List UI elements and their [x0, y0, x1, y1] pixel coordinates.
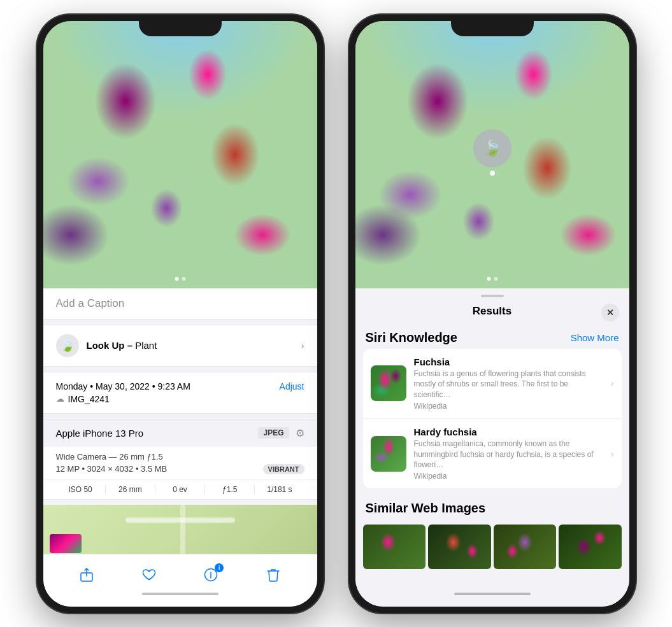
exif-shutter: 1/181 s: [255, 485, 304, 494]
similar-image-2[interactable]: [428, 525, 491, 569]
results-panel[interactable]: Results ✕ Siri Knowledge Show More: [355, 288, 629, 607]
hardy-fuchsia-card[interactable]: Hardy fuchsia Fuchsia magellanica, commo…: [363, 419, 622, 488]
photos-app: Add a Caption 🍃 Look Up – Plant › Monday…: [43, 21, 317, 607]
hardy-fuchsia-thumbnail: [371, 436, 406, 472]
lookup-icon-circle: 🍃: [56, 334, 79, 357]
bottom-toolbar: i: [43, 554, 317, 607]
exif-row: ISO 50 26 mm 0 ev ƒ1.5 1/181 s: [43, 479, 317, 499]
camera-model: Apple iPhone 13 Pro: [56, 428, 144, 439]
right-dot-1: [487, 277, 490, 281]
lookup-row[interactable]: 🍃 Look Up – Plant ›: [43, 325, 317, 367]
caption-area[interactable]: Add a Caption: [43, 288, 317, 320]
siri-knowledge-header: Siri Knowledge Show More: [355, 325, 629, 349]
page-indicator: [175, 277, 185, 281]
close-button[interactable]: ✕: [601, 304, 619, 321]
caption-placeholder: Add a Caption: [56, 297, 125, 309]
fuchsia-chevron-icon: ›: [611, 378, 614, 388]
leaf-icon: 🍃: [61, 339, 75, 353]
hardy-card-source: Wikipedia: [414, 472, 603, 481]
hardy-chevron-icon: ›: [611, 449, 614, 459]
lookup-label-bold: Look Up –: [87, 340, 133, 351]
photo-view[interactable]: [43, 21, 317, 288]
vibrant-badge: VIBRANT: [263, 464, 304, 474]
similar-image-4[interactable]: [559, 525, 622, 569]
lookup-chevron-icon: ›: [301, 341, 304, 351]
results-header: Results ✕: [355, 297, 629, 325]
similar-image-3[interactable]: [494, 525, 557, 569]
visual-search-leaf-icon: 🍃: [483, 139, 502, 157]
right-page-indicator: [487, 277, 497, 281]
fuchsia-thumb-image: [371, 365, 406, 401]
right-dot-2: [494, 277, 497, 281]
left-phone: Add a Caption 🍃 Look Up – Plant › Monday…: [37, 15, 324, 613]
fuchsia-card-source: Wikipedia: [414, 402, 603, 411]
camera-wide-text: Wide Camera — 26 mm ƒ1.5: [56, 452, 163, 461]
map-preview[interactable]: [43, 505, 317, 554]
favorite-button[interactable]: [136, 562, 162, 588]
date-text: Monday • May 30, 2022 • 9:23 AM: [56, 381, 190, 391]
location-row: ☁ IMG_4241: [56, 394, 304, 404]
similar-images-header: Similar Web Images: [355, 496, 629, 519]
exif-iso: ISO 50: [56, 485, 106, 494]
hardy-card-title: Hardy fuchsia: [414, 426, 603, 437]
map-road-v: [180, 505, 185, 554]
home-indicator: [142, 593, 218, 595]
visual-search-dot: [490, 171, 495, 176]
camera-detail-row-2: 12 MP • 3024 × 4032 • 3.5 MB VIBRANT: [56, 464, 304, 474]
dot-1: [175, 277, 178, 281]
right-phone: 🍃 Results ✕ Siri Knowledge: [349, 15, 636, 613]
camera-detail-row-1: Wide Camera — 26 mm ƒ1.5: [56, 452, 304, 461]
lookup-text: Look Up – Plant: [87, 340, 157, 351]
dot-2: [182, 277, 185, 281]
right-screen: 🍃 Results ✕ Siri Knowledge: [355, 21, 629, 607]
camera-section: Apple iPhone 13 Pro JPEG ⚙ Wide Camera —…: [43, 419, 317, 500]
camera-header: Apple iPhone 13 Pro JPEG ⚙: [43, 419, 317, 447]
right-photo-view[interactable]: 🍃: [355, 21, 629, 288]
date-section: Monday • May 30, 2022 • 9:23 AM Adjust ☁…: [43, 372, 317, 414]
hardy-thumb-image: [371, 436, 406, 472]
show-more-button[interactable]: Show More: [571, 332, 619, 343]
settings-icon: ⚙: [296, 427, 304, 439]
camera-specs-text: 12 MP • 3024 × 4032 • 3.5 MB: [56, 464, 168, 474]
hardy-card-desc: Fuchsia magellanica, commonly known as t…: [414, 439, 603, 470]
share-button[interactable]: [74, 562, 99, 588]
left-screen: Add a Caption 🍃 Look Up – Plant › Monday…: [43, 21, 317, 607]
fuchsia-card-content: Fuchsia Fuchsia is a genus of flowering …: [414, 356, 603, 411]
results-title: Results: [473, 305, 511, 318]
similar-images-grid: [355, 519, 629, 574]
fuchsia-card[interactable]: Fuchsia Fuchsia is a genus of flowering …: [363, 349, 622, 419]
visual-lookup-app: 🍃 Results ✕ Siri Knowledge: [355, 21, 629, 607]
camera-badges: JPEG ⚙: [258, 427, 304, 439]
hardy-card-content: Hardy fuchsia Fuchsia magellanica, commo…: [414, 426, 603, 481]
right-home-indicator: [454, 593, 531, 595]
similar-images-title: Similar Web Images: [366, 501, 486, 516]
date-row: Monday • May 30, 2022 • 9:23 AM Adjust: [56, 381, 304, 391]
info-badge: i: [215, 563, 224, 572]
camera-details: Wide Camera — 26 mm ƒ1.5 12 MP • 3024 × …: [43, 447, 317, 479]
exif-ev: 0 ev: [155, 485, 205, 494]
similar-images-section: Similar Web Images: [355, 488, 629, 574]
siri-knowledge-title: Siri Knowledge: [366, 330, 457, 345]
info-button[interactable]: i: [198, 562, 224, 588]
adjust-button[interactable]: Adjust: [280, 381, 304, 391]
filename-text: IMG_4241: [68, 394, 110, 404]
fuchsia-thumbnail: [371, 365, 406, 401]
visual-search-button[interactable]: 🍃: [473, 129, 511, 167]
flower-image: [43, 21, 317, 288]
similar-image-1[interactable]: [363, 525, 426, 569]
close-icon: ✕: [606, 307, 614, 318]
knowledge-cards: Fuchsia Fuchsia is a genus of flowering …: [363, 349, 622, 489]
fuchsia-card-title: Fuchsia: [414, 356, 603, 367]
map-thumb-img: [50, 534, 82, 553]
delete-button[interactable]: [261, 562, 286, 588]
photo-info-section: Add a Caption 🍃 Look Up – Plant › Monday…: [43, 288, 317, 554]
exif-focal-length: 26 mm: [106, 485, 155, 494]
map-thumbnail: [50, 534, 82, 553]
fuchsia-card-desc: Fuchsia is a genus of flowering plants t…: [414, 369, 603, 400]
jpeg-badge: JPEG: [258, 427, 289, 439]
lookup-label-plain: Plant: [132, 340, 157, 351]
cloud-icon: ☁: [56, 394, 64, 404]
exif-aperture: ƒ1.5: [205, 485, 255, 494]
